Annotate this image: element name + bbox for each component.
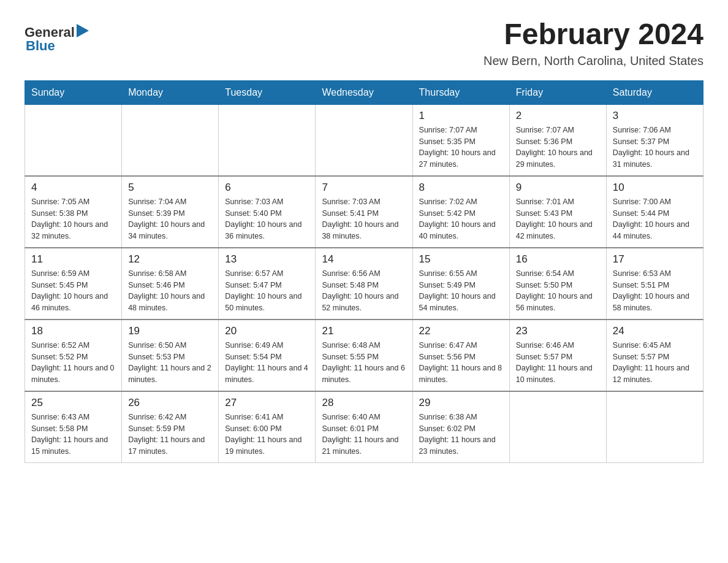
table-cell: 12Sunrise: 6:58 AM Sunset: 5:46 PM Dayli… xyxy=(122,248,219,320)
day-info: Sunrise: 6:55 AM Sunset: 5:49 PM Dayligh… xyxy=(419,268,503,314)
header-wednesday: Wednesday xyxy=(316,80,412,104)
day-number: 8 xyxy=(419,182,503,194)
header-thursday: Thursday xyxy=(412,80,509,104)
table-cell: 5Sunrise: 7:04 AM Sunset: 5:39 PM Daylig… xyxy=(122,176,219,248)
day-info: Sunrise: 7:07 AM Sunset: 5:36 PM Dayligh… xyxy=(516,124,600,170)
day-number: 9 xyxy=(516,182,600,194)
calendar-table: SundayMondayTuesdayWednesdayThursdayFrid… xyxy=(25,80,703,463)
table-cell: 25Sunrise: 6:43 AM Sunset: 5:58 PM Dayli… xyxy=(25,391,122,463)
day-number: 20 xyxy=(225,325,309,337)
day-number: 12 xyxy=(128,253,212,266)
table-cell: 22Sunrise: 6:47 AM Sunset: 5:56 PM Dayli… xyxy=(412,320,509,391)
table-cell: 8Sunrise: 7:02 AM Sunset: 5:42 PM Daylig… xyxy=(412,176,509,248)
day-info: Sunrise: 7:00 AM Sunset: 5:44 PM Dayligh… xyxy=(613,196,697,242)
table-cell: 7Sunrise: 7:03 AM Sunset: 5:41 PM Daylig… xyxy=(316,176,412,248)
day-info: Sunrise: 7:01 AM Sunset: 5:43 PM Dayligh… xyxy=(516,196,600,242)
day-info: Sunrise: 7:04 AM Sunset: 5:39 PM Dayligh… xyxy=(128,196,212,242)
day-info: Sunrise: 6:45 AM Sunset: 5:57 PM Dayligh… xyxy=(613,340,697,386)
table-cell: 15Sunrise: 6:55 AM Sunset: 5:49 PM Dayli… xyxy=(412,248,509,320)
day-number: 19 xyxy=(128,325,212,337)
table-cell xyxy=(219,104,316,176)
table-cell: 1Sunrise: 7:07 AM Sunset: 5:35 PM Daylig… xyxy=(412,104,509,176)
day-info: Sunrise: 6:57 AM Sunset: 5:47 PM Dayligh… xyxy=(225,268,309,314)
table-cell: 20Sunrise: 6:49 AM Sunset: 5:54 PM Dayli… xyxy=(219,320,316,391)
logo: General Blue xyxy=(25,25,89,54)
logo-arrow-icon xyxy=(77,24,89,37)
week-row-4: 18Sunrise: 6:52 AM Sunset: 5:52 PM Dayli… xyxy=(25,320,703,391)
day-number: 25 xyxy=(31,397,115,409)
table-cell xyxy=(25,104,122,176)
month-title: February 2024 xyxy=(483,18,703,51)
day-info: Sunrise: 6:46 AM Sunset: 5:57 PM Dayligh… xyxy=(516,340,600,386)
table-cell: 4Sunrise: 7:05 AM Sunset: 5:38 PM Daylig… xyxy=(25,176,122,248)
day-info: Sunrise: 6:59 AM Sunset: 5:45 PM Dayligh… xyxy=(31,268,115,314)
table-cell: 24Sunrise: 6:45 AM Sunset: 5:57 PM Dayli… xyxy=(606,320,703,391)
day-info: Sunrise: 6:43 AM Sunset: 5:58 PM Dayligh… xyxy=(31,412,115,458)
day-info: Sunrise: 6:58 AM Sunset: 5:46 PM Dayligh… xyxy=(128,268,212,314)
week-row-3: 11Sunrise: 6:59 AM Sunset: 5:45 PM Dayli… xyxy=(25,248,703,320)
table-cell: 21Sunrise: 6:48 AM Sunset: 5:55 PM Dayli… xyxy=(316,320,412,391)
day-info: Sunrise: 6:52 AM Sunset: 5:52 PM Dayligh… xyxy=(31,340,115,386)
day-info: Sunrise: 6:54 AM Sunset: 5:50 PM Dayligh… xyxy=(516,268,600,314)
day-number: 22 xyxy=(419,325,503,337)
table-cell: 17Sunrise: 6:53 AM Sunset: 5:51 PM Dayli… xyxy=(606,248,703,320)
table-cell: 19Sunrise: 6:50 AM Sunset: 5:53 PM Dayli… xyxy=(122,320,219,391)
day-number: 24 xyxy=(613,325,697,337)
table-cell xyxy=(122,104,219,176)
day-number: 14 xyxy=(322,253,406,266)
day-info: Sunrise: 6:42 AM Sunset: 5:59 PM Dayligh… xyxy=(128,412,212,458)
day-number: 26 xyxy=(128,397,212,409)
day-number: 21 xyxy=(322,325,406,337)
day-number: 10 xyxy=(613,182,697,194)
header-friday: Friday xyxy=(509,80,606,104)
day-info: Sunrise: 7:06 AM Sunset: 5:37 PM Dayligh… xyxy=(613,124,697,170)
table-cell xyxy=(606,391,703,463)
header-monday: Monday xyxy=(122,80,219,104)
day-number: 17 xyxy=(613,253,697,266)
day-info: Sunrise: 6:49 AM Sunset: 5:54 PM Dayligh… xyxy=(225,340,309,386)
table-cell: 23Sunrise: 6:46 AM Sunset: 5:57 PM Dayli… xyxy=(509,320,606,391)
day-info: Sunrise: 7:03 AM Sunset: 5:41 PM Dayligh… xyxy=(322,196,406,242)
day-number: 6 xyxy=(225,182,309,194)
table-cell xyxy=(509,391,606,463)
day-number: 2 xyxy=(516,110,600,122)
day-number: 16 xyxy=(516,253,600,266)
day-info: Sunrise: 7:03 AM Sunset: 5:40 PM Dayligh… xyxy=(225,196,309,242)
day-info: Sunrise: 6:50 AM Sunset: 5:53 PM Dayligh… xyxy=(128,340,212,386)
day-number: 3 xyxy=(613,110,697,122)
svg-marker-0 xyxy=(77,24,89,37)
header-sunday: Sunday xyxy=(25,80,122,104)
table-cell: 3Sunrise: 7:06 AM Sunset: 5:37 PM Daylig… xyxy=(606,104,703,176)
day-number: 5 xyxy=(128,182,212,194)
day-info: Sunrise: 7:05 AM Sunset: 5:38 PM Dayligh… xyxy=(31,196,115,242)
table-cell: 2Sunrise: 7:07 AM Sunset: 5:36 PM Daylig… xyxy=(509,104,606,176)
table-cell: 14Sunrise: 6:56 AM Sunset: 5:48 PM Dayli… xyxy=(316,248,412,320)
table-cell: 27Sunrise: 6:41 AM Sunset: 6:00 PM Dayli… xyxy=(219,391,316,463)
table-cell: 28Sunrise: 6:40 AM Sunset: 6:01 PM Dayli… xyxy=(316,391,412,463)
table-cell: 10Sunrise: 7:00 AM Sunset: 5:44 PM Dayli… xyxy=(606,176,703,248)
day-info: Sunrise: 6:41 AM Sunset: 6:00 PM Dayligh… xyxy=(225,412,309,458)
weekday-header-row: SundayMondayTuesdayWednesdayThursdayFrid… xyxy=(25,80,703,104)
week-row-5: 25Sunrise: 6:43 AM Sunset: 5:58 PM Dayli… xyxy=(25,391,703,463)
day-info: Sunrise: 7:02 AM Sunset: 5:42 PM Dayligh… xyxy=(419,196,503,242)
page-header: General Blue February 2024 New Bern, Nor… xyxy=(25,18,703,68)
table-cell: 13Sunrise: 6:57 AM Sunset: 5:47 PM Dayli… xyxy=(219,248,316,320)
day-info: Sunrise: 6:56 AM Sunset: 5:48 PM Dayligh… xyxy=(322,268,406,314)
day-info: Sunrise: 7:07 AM Sunset: 5:35 PM Dayligh… xyxy=(419,124,503,170)
header-saturday: Saturday xyxy=(606,80,703,104)
day-number: 28 xyxy=(322,397,406,409)
day-number: 18 xyxy=(31,325,115,337)
day-number: 27 xyxy=(225,397,309,409)
day-number: 29 xyxy=(419,397,503,409)
table-cell: 18Sunrise: 6:52 AM Sunset: 5:52 PM Dayli… xyxy=(25,320,122,391)
table-cell: 11Sunrise: 6:59 AM Sunset: 5:45 PM Dayli… xyxy=(25,248,122,320)
day-info: Sunrise: 6:53 AM Sunset: 5:51 PM Dayligh… xyxy=(613,268,697,314)
day-number: 15 xyxy=(419,253,503,266)
week-row-2: 4Sunrise: 7:05 AM Sunset: 5:38 PM Daylig… xyxy=(25,176,703,248)
day-number: 23 xyxy=(516,325,600,337)
table-cell: 26Sunrise: 6:42 AM Sunset: 5:59 PM Dayli… xyxy=(122,391,219,463)
day-info: Sunrise: 6:38 AM Sunset: 6:02 PM Dayligh… xyxy=(419,412,503,458)
table-cell: 6Sunrise: 7:03 AM Sunset: 5:40 PM Daylig… xyxy=(219,176,316,248)
table-cell: 16Sunrise: 6:54 AM Sunset: 5:50 PM Dayli… xyxy=(509,248,606,320)
day-number: 11 xyxy=(31,253,115,266)
